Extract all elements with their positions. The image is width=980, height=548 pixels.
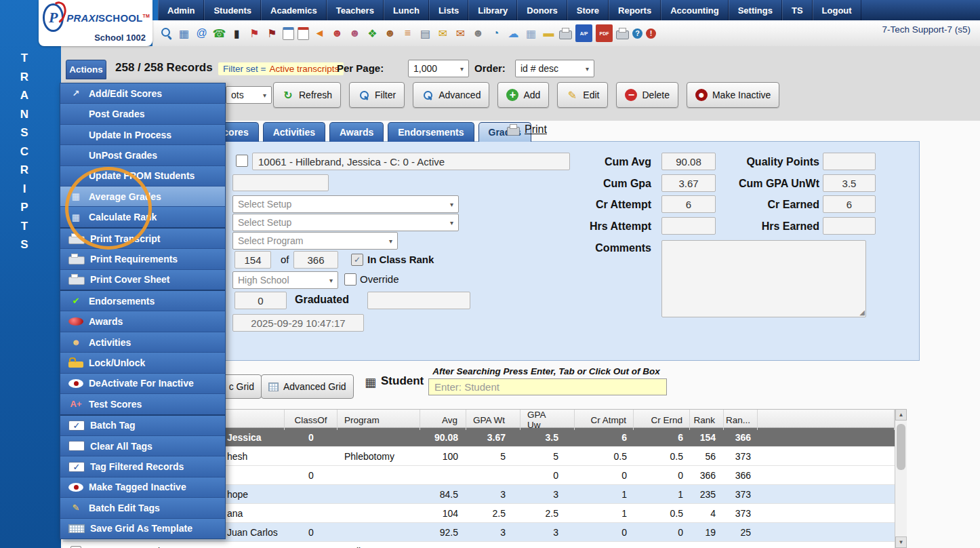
- mail-forward-icon[interactable]: ✉: [453, 26, 468, 41]
- notepad-icon[interactable]: ▤: [418, 26, 432, 41]
- menu-item-update-in-process[interactable]: Update In Process: [60, 125, 225, 145]
- cr-earned-field[interactable]: 6: [823, 195, 876, 213]
- scroll-down-icon[interactable]: ▼: [895, 536, 907, 548]
- student-name-field[interactable]: 10061 - Hillebrand, Jessica - C: 0 - Act…: [252, 153, 570, 170]
- menu-item-average-grades[interactable]: ▦Average Grades: [60, 187, 225, 207]
- chat-bubble-icon[interactable]: ☁: [506, 26, 520, 41]
- nav-item-donors[interactable]: Donors: [517, 0, 567, 20]
- nav-item-store[interactable]: Store: [567, 0, 609, 20]
- in-class-rank-checkbox[interactable]: ✓: [351, 254, 363, 266]
- graduated-count-field[interactable]: 0: [234, 292, 287, 309]
- per-page-select[interactable]: 1,000▾: [408, 60, 469, 77]
- refresh-button[interactable]: ↻Refresh: [273, 82, 341, 108]
- cr-attempt-field[interactable]: 6: [661, 195, 716, 213]
- scrollbar-thumb[interactable]: [897, 424, 905, 470]
- advanced-grid-button[interactable]: Advanced Grid: [261, 374, 354, 399]
- resize-handle-icon[interactable]: ◢: [859, 309, 865, 316]
- school-level-select[interactable]: High School▾: [232, 271, 338, 289]
- hrs-earned-field[interactable]: [823, 217, 876, 235]
- menu-item-endorsements[interactable]: ✔Endorsements: [60, 291, 225, 311]
- nav-item-lunch[interactable]: Lunch: [384, 0, 429, 20]
- menu-item-print-transcript[interactable]: Print Transcript: [60, 229, 225, 249]
- program-select[interactable]: Select Program▾: [232, 232, 398, 250]
- nav-item-library[interactable]: Library: [468, 0, 517, 20]
- scroll-up-icon[interactable]: ▲: [895, 409, 907, 420]
- timestamp-field[interactable]: 2025-09-29 10:47:17: [232, 314, 364, 332]
- email-at-icon[interactable]: @: [195, 26, 209, 41]
- mail-send-icon[interactable]: ✉: [436, 26, 450, 41]
- menu-item-tag-filtered-records[interactable]: ✓Tag Filtered Records: [60, 456, 225, 477]
- order-select[interactable]: id # desc▾: [515, 60, 594, 77]
- tab-endorsements[interactable]: Endorsements: [388, 122, 474, 142]
- row-checkbox[interactable]: [70, 546, 81, 548]
- cum-avg-field[interactable]: 90.08: [661, 153, 716, 170]
- student-search-input[interactable]: [428, 378, 667, 395]
- lunch-icon[interactable]: ≡: [401, 26, 415, 41]
- filter-button[interactable]: Filter: [349, 82, 405, 108]
- class-rank-total-field[interactable]: 366: [293, 251, 338, 269]
- class-rank-field[interactable]: 154: [234, 251, 271, 269]
- announcement-icon[interactable]: ◄: [312, 26, 327, 41]
- menu-item-activities[interactable]: ☻Activities: [60, 332, 225, 353]
- tags-icon[interactable]: ❖: [365, 26, 380, 41]
- setup-select-2[interactable]: Select Setup▾: [232, 214, 459, 231]
- clock-icon[interactable]: ◔: [489, 26, 503, 41]
- nav-item-ts[interactable]: TS: [782, 0, 813, 20]
- menu-item-awards[interactable]: Awards: [60, 311, 225, 332]
- override-checkbox[interactable]: [344, 273, 356, 286]
- nav-item-admin[interactable]: Admin: [158, 0, 204, 20]
- menu-item-clear-all-tags[interactable]: Clear All Tags: [60, 436, 225, 456]
- advanced-button[interactable]: Advanced: [413, 82, 489, 108]
- add-button[interactable]: +Add: [497, 82, 549, 108]
- print-link[interactable]: Print: [507, 123, 547, 136]
- help-icon[interactable]: ?: [632, 28, 642, 39]
- nav-item-students[interactable]: Students: [204, 0, 261, 20]
- menu-item-batch-tag[interactable]: ✓Batch Tag: [60, 416, 225, 436]
- mobile-icon[interactable]: ▮: [230, 26, 244, 41]
- actions-button[interactable]: Actions: [66, 60, 106, 79]
- pushpin-icon[interactable]: ⚑: [247, 26, 262, 41]
- menu-item-add-edit-scores[interactable]: ↗Add/Edit Scores: [60, 83, 225, 104]
- tab-awards[interactable]: Awards: [329, 122, 384, 142]
- student-icon[interactable]: ☻: [348, 26, 362, 41]
- menu-item-print-requirements[interactable]: Print Requirements: [60, 249, 225, 269]
- search-icon[interactable]: [159, 26, 173, 41]
- nav-item-logout[interactable]: Logout: [813, 0, 861, 20]
- menu-item-post-grades[interactable]: Post Grades: [60, 104, 225, 124]
- comments-textarea[interactable]: ◢: [661, 240, 866, 317]
- nav-item-lists[interactable]: Lists: [429, 0, 468, 20]
- table-icon[interactable]: ▦: [524, 26, 538, 41]
- setup-select-1[interactable]: Select Setup▾: [232, 195, 459, 213]
- hrs-attempt-field[interactable]: [661, 217, 716, 235]
- secondary-field[interactable]: [232, 174, 329, 191]
- ap-icon[interactable]: A/P: [575, 24, 592, 42]
- student-add-icon[interactable]: ☻: [330, 26, 344, 41]
- nav-item-reports[interactable]: Reports: [609, 0, 661, 20]
- people-gray-icon[interactable]: ☻: [471, 26, 485, 41]
- card-icon[interactable]: ▬: [542, 26, 556, 41]
- menu-item-test-scores[interactable]: A+Test Scores: [60, 394, 225, 415]
- menu-item-unpost-grades[interactable]: UnPost Grades: [60, 145, 225, 165]
- pdf-icon[interactable]: PDF: [596, 24, 613, 42]
- menu-item-calculate-rank[interactable]: ▦Calculate Rank: [60, 207, 225, 228]
- nav-item-settings[interactable]: Settings: [729, 0, 782, 20]
- table-row[interactable]: 72210052Clover, BrycenCollege Prepar: [63, 542, 895, 548]
- menu-item-update-from-students[interactable]: Update FROM Students: [60, 166, 225, 187]
- printer-green-icon[interactable]: [559, 31, 572, 39]
- delete-button[interactable]: −Delete: [616, 82, 678, 108]
- make-inactive-button[interactable]: ●Make Inactive: [687, 82, 779, 108]
- logo-panel[interactable]: P PRAXISCHOOLTM School 1002: [39, 0, 152, 46]
- chat-phone-icon[interactable]: ☎: [212, 26, 226, 41]
- calendar-icon[interactable]: [283, 27, 294, 40]
- alert-icon[interactable]: !: [646, 28, 656, 39]
- menu-item-make-tagged-inactive[interactable]: Make Tagged Inactive: [60, 477, 225, 498]
- tab-activities[interactable]: Activities: [263, 122, 325, 142]
- edit-button[interactable]: ✎Edit: [557, 82, 608, 108]
- nav-item-teachers[interactable]: Teachers: [327, 0, 384, 20]
- people-icon[interactable]: ☻: [383, 26, 397, 41]
- grid-scrollbar[interactable]: ▲ ▼: [895, 409, 907, 548]
- pushpin-alt-icon[interactable]: ⚑: [265, 26, 279, 41]
- menu-item-batch-edit-tags[interactable]: ✎Batch Edit Tags: [60, 498, 225, 518]
- cum-gpa-unwt-field[interactable]: 3.5: [823, 174, 876, 192]
- calendar-red-icon[interactable]: [298, 27, 309, 40]
